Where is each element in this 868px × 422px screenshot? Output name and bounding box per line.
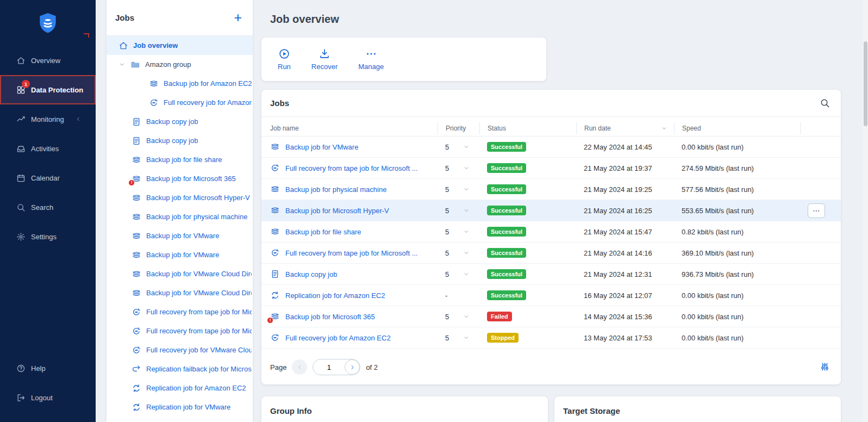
- priority-dropdown-icon[interactable]: [463, 271, 470, 277]
- recover-button[interactable]: Recover: [311, 48, 338, 71]
- tree-item-full-recovery-job-for-amazon-ec2[interactable]: Full recovery job for Amazon EC2: [107, 93, 253, 112]
- priority-dropdown-icon[interactable]: [463, 165, 470, 171]
- priority-dropdown-icon[interactable]: [463, 313, 470, 320]
- table-row[interactable]: Backup copy job5Successful21 May 2024 at…: [261, 264, 841, 285]
- tree-item-label: Replication job for Amazon EC2: [146, 384, 246, 392]
- status-badge: Successful: [487, 163, 526, 173]
- sidebar-item-settings[interactable]: Settings: [0, 222, 96, 251]
- priority-dropdown-icon[interactable]: [463, 186, 470, 193]
- job-name-link[interactable]: Backup job for VMware: [285, 143, 358, 151]
- expand-icon[interactable]: [118, 61, 126, 68]
- page-label: Page: [270, 363, 286, 371]
- tree-item-replication-job-for-amazon-ec2[interactable]: Replication job for Amazon EC2: [107, 378, 253, 398]
- scrollbar-thumb[interactable]: [864, 41, 867, 126]
- jobs-tree-header: Jobs +: [107, 0, 253, 36]
- add-job-button[interactable]: +: [232, 11, 244, 24]
- jobs-search-button[interactable]: [819, 98, 830, 109]
- priority-dropdown-icon[interactable]: [463, 207, 470, 214]
- speed-cell: 0.00 kbit/s (last run): [674, 306, 800, 327]
- priority-cell: 5: [438, 264, 479, 284]
- tune-icon: [820, 362, 830, 372]
- table-row[interactable]: Backup job for VMware5Successful22 May 2…: [261, 136, 841, 158]
- page-number-input[interactable]: [315, 363, 342, 371]
- tree-item-backup-job-for-vmware[interactable]: Backup job for VMware: [107, 226, 253, 245]
- tree-item-replication-job-for-vmware[interactable]: Replication job for VMware: [107, 398, 253, 417]
- error-badge: !: [267, 317, 273, 324]
- table-row[interactable]: Backup job for file share5Successful21 M…: [261, 221, 841, 243]
- download-icon: [319, 48, 330, 60]
- job-name-link[interactable]: Backup job for physical machine: [285, 185, 386, 194]
- tree-item-backup-job-for-file-share[interactable]: Backup job for file share: [107, 150, 253, 169]
- job-name-link[interactable]: Backup job for Microsoft Hyper-V: [285, 207, 389, 215]
- tree-item-backup-copy-job[interactable]: Backup copy job: [107, 112, 253, 131]
- table-row[interactable]: Backup job for Microsoft Hyper-V5Success…: [261, 200, 841, 221]
- status-cell: Successful: [479, 264, 576, 284]
- backup-icon: [132, 250, 141, 260]
- tree-item-backup-job-for-microsoft-hyper-v[interactable]: Backup job for Microsoft Hyper-V: [107, 188, 253, 207]
- sidebar-item-calendar[interactable]: Calendar: [0, 163, 96, 193]
- priority-value: 5: [445, 334, 449, 342]
- table-row[interactable]: Full recovery from tape job for Microsof…: [261, 243, 841, 264]
- app-root: Overview1Data ProtectionMonitoringActivi…: [0, 0, 868, 422]
- tree-item-backup-job-for-vmware[interactable]: Backup job for VMware: [107, 245, 253, 264]
- run-button[interactable]: Run: [278, 48, 291, 71]
- job-name-link[interactable]: Full recovery from tape job for Microsof…: [285, 249, 417, 257]
- priority-dropdown-icon[interactable]: [463, 228, 470, 235]
- table-row[interactable]: Full recovery job for Amazon EC25Stopped…: [261, 327, 841, 349]
- sidebar-item-help[interactable]: Help: [0, 353, 96, 383]
- tree-item-full-recovery-job-for-vmware-cloud[interactable]: Full recovery job for VMware Cloud: [107, 340, 253, 359]
- row-menu-button[interactable]: ⋯: [808, 203, 825, 218]
- job-name-link[interactable]: Backup copy job: [285, 270, 337, 278]
- row-actions-cell: [800, 179, 841, 200]
- tree-item-backup-job-for-vmware-cloud-direct[interactable]: Backup job for VMware Cloud Direct: [107, 264, 253, 283]
- tree-item-amazon-group[interactable]: Amazon group: [107, 55, 253, 74]
- table-row[interactable]: !Backup job for Microsoft 3655Failed14 M…: [261, 306, 841, 327]
- tree-item-backup-job-for-microsoft-365[interactable]: !Backup job for Microsoft 365: [107, 169, 253, 188]
- tree-item-replication-failback-job-for-microsoft[interactable]: Replication failback job for Microsoft: [107, 359, 253, 378]
- tree-item-full-recovery-from-tape-job-for-microsoft[interactable]: Full recovery from tape job for Microsof…: [107, 302, 253, 321]
- table-row[interactable]: Replication job for Amazon EC2-Successfu…: [261, 285, 841, 306]
- sidebar-item-data-protection[interactable]: 1Data Protection: [0, 75, 96, 104]
- job-name-link[interactable]: Backup job for file share: [285, 228, 361, 236]
- sidebar-item-logout[interactable]: Logout: [0, 383, 96, 412]
- job-name-cell: Full recovery from tape job for Microsof…: [261, 243, 438, 263]
- next-page-button[interactable]: [345, 359, 360, 375]
- priority-dropdown-icon[interactable]: [463, 250, 470, 256]
- sidebar-item-search[interactable]: Search: [0, 193, 96, 222]
- table-row[interactable]: Full recovery from tape job for Microsof…: [261, 158, 841, 179]
- filter-button[interactable]: [819, 362, 830, 373]
- table-header: Job namePriorityStatusRun dateSpeed: [261, 120, 841, 136]
- job-name-link[interactable]: Backup job for Microsoft 365: [285, 313, 375, 321]
- priority-dropdown-icon[interactable]: [463, 334, 470, 341]
- app-logo: [0, 0, 96, 46]
- backup-icon: [132, 155, 141, 165]
- tree-item-backup-job-for-physical-machine[interactable]: Backup job for physical machine: [107, 207, 253, 226]
- sidebar-item-overview[interactable]: Overview: [0, 46, 96, 75]
- jobs-tree-title: Jobs: [115, 13, 134, 22]
- row-actions-cell: ⋯: [800, 200, 841, 221]
- failback-icon: [132, 364, 141, 374]
- help-icon: [16, 364, 26, 373]
- tree-item-label: Replication failback job for Microsoft: [146, 365, 252, 373]
- tree-item-label: Job overview: [133, 41, 178, 49]
- job-name-link[interactable]: Full recovery job for Amazon EC2: [285, 334, 391, 342]
- tree-item-backup-copy-job[interactable]: Backup copy job: [107, 131, 253, 150]
- tree-item-job-overview[interactable]: Job overview: [107, 36, 253, 55]
- job-name-link[interactable]: Replication job for Amazon EC2: [285, 291, 385, 300]
- tree-item-backup-job-for-vmware-cloud-direct[interactable]: Backup job for VMware Cloud Direct: [107, 283, 253, 302]
- tree-item-backup-job-for-amazon-ec2[interactable]: Backup job for Amazon EC2: [107, 74, 253, 93]
- sidebar-item-activities[interactable]: Activities: [0, 134, 96, 163]
- prev-page-button[interactable]: [292, 359, 307, 375]
- priority-dropdown-icon[interactable]: [463, 144, 470, 150]
- column-header-job-name: Job name: [261, 122, 438, 134]
- sidebar-item-monitoring[interactable]: Monitoring: [0, 104, 96, 134]
- sort-icon[interactable]: [661, 125, 667, 132]
- tree-item-full-recovery-from-tape-job-for-microsoft[interactable]: Full recovery from tape job for Microsof…: [107, 321, 253, 340]
- play-icon: [278, 48, 290, 60]
- priority-value: 5: [445, 185, 449, 194]
- priority-value: 5: [445, 164, 449, 172]
- table-row[interactable]: Backup job for physical machine5Successf…: [261, 179, 841, 200]
- job-name-link[interactable]: Full recovery from tape job for Microsof…: [285, 164, 417, 172]
- collapse-icon[interactable]: [75, 116, 82, 122]
- manage-button[interactable]: Manage: [358, 48, 384, 71]
